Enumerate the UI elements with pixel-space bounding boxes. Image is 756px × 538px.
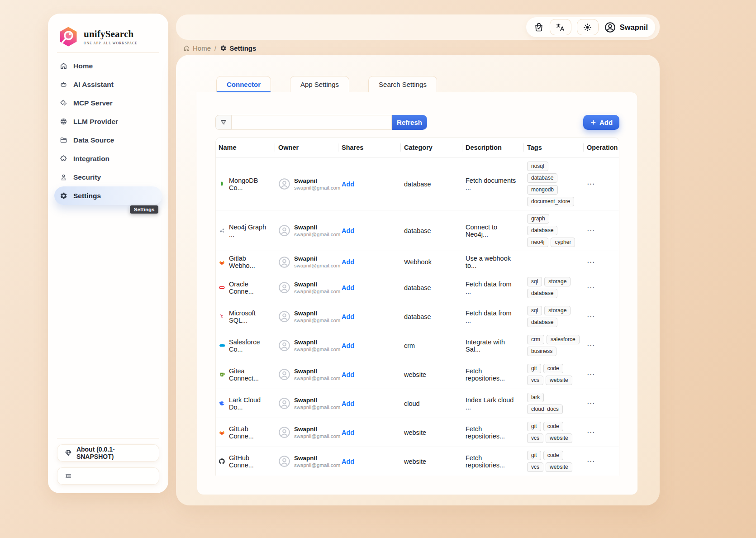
owner-email: swapnil@gmail.com <box>294 346 340 352</box>
owner-email: swapnil@gmail.com <box>294 185 340 191</box>
tag-chip: database <box>527 226 557 235</box>
avatar-icon <box>278 178 290 190</box>
app-logo: unifySearch ONE APP. ALL WORKSPACE <box>48 14 168 47</box>
sidebar-item-mcp-server[interactable]: MCP Server <box>54 94 162 112</box>
row-actions-button[interactable]: ⋯ <box>587 180 595 188</box>
category-cell: database <box>400 181 462 188</box>
avatar-icon <box>278 368 290 381</box>
tag-chip: website <box>546 433 572 443</box>
row-actions-button[interactable]: ⋯ <box>587 283 595 292</box>
person-icon <box>60 173 67 181</box>
header-actions: Swapnil <box>526 17 655 37</box>
refresh-button[interactable]: Refresh <box>392 115 427 130</box>
shares-cell: Add <box>338 371 400 378</box>
description-cell: Fetch documents ... <box>462 177 523 191</box>
connector-name: Salesforce Co... <box>216 338 275 353</box>
shares-cell: Add <box>338 429 400 436</box>
description-cell: Index Lark cloud ... <box>462 396 523 411</box>
user-menu[interactable]: Swapnil <box>604 21 648 33</box>
shares-cell: Add <box>338 181 400 188</box>
sidebar-item-integration[interactable]: Integration <box>54 149 162 168</box>
share-add-link[interactable]: Add <box>342 458 354 465</box>
theme-toggle-button[interactable] <box>577 19 599 35</box>
sidebar-item-settings[interactable]: Settings <box>54 186 162 205</box>
about-button[interactable]: About (0.0.1-SNAPSHOT) <box>57 444 159 462</box>
table-row: MongoDB Co...Swapnilswapnil@gmail.comAdd… <box>216 157 619 210</box>
tags-cell: crmsalesforcebusiness <box>523 335 583 356</box>
sun-icon <box>583 23 592 32</box>
shares-cell: Add <box>338 313 400 320</box>
description-cell: Fetch data from ... <box>462 309 523 324</box>
row-actions-button[interactable]: ⋯ <box>587 226 595 235</box>
operation-cell: ⋯ <box>583 312 619 321</box>
tag-chip: lark <box>527 393 544 402</box>
owner-email: swapnil@gmail.com <box>294 433 340 439</box>
share-add-link[interactable]: Add <box>342 429 354 436</box>
tag-chip: nosql <box>527 162 548 171</box>
share-add-link[interactable]: Add <box>342 227 354 234</box>
filter-button[interactable] <box>215 115 232 130</box>
owner-cell: Swapnilswapnil@gmail.com <box>275 455 338 468</box>
sidebar-item-label: Integration <box>73 155 109 163</box>
row-actions-button[interactable]: ⋯ <box>587 457 595 466</box>
avatar-icon <box>278 426 290 438</box>
tags-icon <box>60 99 67 107</box>
bag-icon[interactable] <box>533 22 544 33</box>
owner-email: swapnil@gmail.com <box>294 375 340 381</box>
sidebar-item-data-source[interactable]: Data Source <box>54 131 162 149</box>
search-input[interactable] <box>232 115 392 130</box>
row-actions-button[interactable]: ⋯ <box>587 428 595 437</box>
row-actions-button[interactable]: ⋯ <box>587 341 595 350</box>
sidebar-item-llm-provider[interactable]: LLM Provider <box>54 112 162 131</box>
robot-icon <box>60 81 67 88</box>
folder-icon <box>60 136 67 144</box>
description-cell: Fetch data from ... <box>462 281 523 295</box>
tag-chip: sql <box>527 277 542 286</box>
owner-cell: Swapnilswapnil@gmail.com <box>275 397 338 410</box>
sidebar-item-home[interactable]: Home <box>54 57 162 75</box>
add-connector-button[interactable]: Add <box>583 115 619 130</box>
share-add-link[interactable]: Add <box>342 181 354 188</box>
tag-chip: storage <box>544 277 571 286</box>
column-header-category: Category <box>400 144 462 151</box>
share-add-link[interactable]: Add <box>342 284 354 291</box>
share-add-link[interactable]: Add <box>342 400 354 407</box>
tab-app-settings[interactable]: App Settings <box>290 76 349 92</box>
category-cell: Webhook <box>400 258 462 266</box>
app-title: unifySearch <box>84 29 138 40</box>
breadcrumb-home[interactable]: Home <box>183 44 211 52</box>
connector-name: Gitlab Webho... <box>216 255 275 269</box>
tab-search-settings[interactable]: Search Settings <box>368 76 437 92</box>
share-add-link[interactable]: Add <box>342 371 354 378</box>
collapse-sidebar-button[interactable] <box>57 467 159 485</box>
category-cell: database <box>400 313 462 320</box>
github-icon <box>219 458 225 465</box>
sidebar-item-ai-assistant[interactable]: AI Assistant <box>54 75 162 94</box>
sidebar-footer-divider <box>57 438 159 438</box>
share-add-link[interactable]: Add <box>342 258 354 266</box>
share-add-link[interactable]: Add <box>342 313 354 320</box>
row-actions-button[interactable]: ⋯ <box>587 370 595 379</box>
owner-name: Swapnil <box>294 397 340 404</box>
logo-hexagon-icon <box>58 26 79 47</box>
row-actions-button[interactable]: ⋯ <box>587 258 595 267</box>
operation-cell: ⋯ <box>583 283 619 292</box>
table-row: GitHub Conne...Swapnilswapnil@gmail.comA… <box>216 447 619 476</box>
tag-chip: storage <box>544 306 571 315</box>
owner-cell: Swapnilswapnil@gmail.com <box>275 281 338 295</box>
share-add-link[interactable]: Add <box>342 342 354 349</box>
shares-cell: Add <box>338 458 400 465</box>
plus-icon <box>590 119 597 126</box>
row-actions-button[interactable]: ⋯ <box>587 399 595 408</box>
operation-cell: ⋯ <box>583 341 619 350</box>
tab-connector[interactable]: Connector <box>216 76 271 92</box>
integration-icon <box>60 155 67 162</box>
sidebar-item-security[interactable]: Security <box>54 168 162 186</box>
language-button[interactable] <box>550 19 571 35</box>
row-actions-button[interactable]: ⋯ <box>587 312 595 321</box>
connector-name: Gitea Connect... <box>216 367 275 382</box>
owner-name: Swapnil <box>294 426 340 433</box>
connector-name: GitHub Conne... <box>216 454 275 469</box>
connectors-table: NameOwnerSharesCategoryDescriptionTagsOp… <box>215 137 619 476</box>
tag-chip: code <box>543 364 563 373</box>
